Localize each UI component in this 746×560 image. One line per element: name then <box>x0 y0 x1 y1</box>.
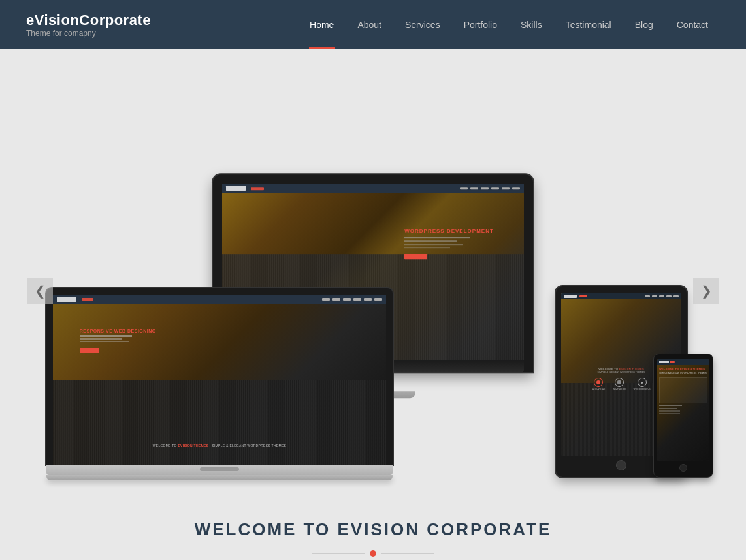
logo-title: eVisionCorporate <box>26 12 151 29</box>
t-link-1 <box>645 295 650 297</box>
laptop-nav-link-2 <box>332 298 340 301</box>
feature-2-shape <box>617 380 621 384</box>
header: eVisionCorporate Theme for comapny Home … <box>0 0 746 49</box>
logo-subtitle: Theme for comapny <box>26 29 151 38</box>
feature-3-icon: ♥ <box>638 378 647 387</box>
phone-line2 <box>659 408 677 409</box>
feature-3-heart: ♥ <box>641 380 643 385</box>
phone-outer: WELCOME TO EVISION THEMES SIMPLE & ELEGA… <box>654 354 713 477</box>
laptop-screen-logo <box>57 297 76 302</box>
desktop-hero-line4 <box>404 247 450 248</box>
phone-screen: WELCOME TO EVISION THEMES SIMPLE & ELEGA… <box>657 359 709 461</box>
phone-line3 <box>659 410 680 412</box>
laptop-welcome-text: WELCOME TO EVISION THEMES · SIMPLE & ELE… <box>53 444 386 448</box>
phone-image-placeholder <box>659 377 707 403</box>
laptop-navbar <box>53 295 386 304</box>
desktop-hero-line2 <box>404 240 457 242</box>
nav-home[interactable]: Home <box>298 0 346 49</box>
laptop-screen-content: RESPONSIVE WEB DESIGNING WELCOME TO EVIS… <box>53 295 386 465</box>
phone-navbar <box>657 359 709 365</box>
laptop-hero-line2 <box>80 338 122 340</box>
main-content: ❮ ❯ <box>0 49 746 560</box>
laptop-overlay: RESPONSIVE WEB DESIGNING WELCOME TO EVIS… <box>53 295 386 465</box>
t-link-2 <box>652 295 657 297</box>
screen-navbar <box>222 184 524 193</box>
device-laptop: RESPONSIVE WEB DESIGNING WELCOME TO EVIS… <box>46 288 393 480</box>
laptop-screen: RESPONSIVE WEB DESIGNING WELCOME TO EVIS… <box>53 295 386 465</box>
divider-dot <box>370 550 376 557</box>
laptop-nav-link-1 <box>322 298 330 301</box>
nav-testimonial[interactable]: Testimonial <box>554 0 623 49</box>
welcome-divider <box>195 550 552 557</box>
feature-1-icon <box>594 378 603 387</box>
phone-hero-subtitle: SIMPLE & ELEGANT WORDPRESS THEMES <box>659 372 707 375</box>
nav-blog[interactable]: Blog <box>623 0 665 49</box>
desktop-hero-line1 <box>404 237 470 238</box>
tablet-nav-links <box>645 295 679 297</box>
tablet-feature-3: ♥ WHY CHOOSE US <box>634 378 651 391</box>
phone-hero-content: WELCOME TO EVISION THEMES SIMPLE & ELEGA… <box>657 365 709 418</box>
devices-showcase: ❮ ❯ <box>27 88 719 493</box>
laptop-hero-text: RESPONSIVE WEB DESIGNING <box>80 329 156 355</box>
feature-2-label: WHAT WE DO <box>613 388 626 391</box>
welcome-title: WELCOME TO EVISION CORPORATE <box>195 519 552 540</box>
feature-3-label: WHY CHOOSE US <box>634 388 651 391</box>
tablet-home-btn <box>616 460 626 470</box>
tablet-feature-1: WHO ARE WE <box>592 378 605 391</box>
screen-logo <box>226 186 246 191</box>
laptop-hero-line1 <box>80 335 132 337</box>
t-link-3 <box>659 295 664 297</box>
phone-logo-accent <box>670 361 675 363</box>
screen-nav-links <box>460 187 520 189</box>
laptop-hero-btn <box>80 348 99 353</box>
devices-wrapper: WORDPRESS DEVELOPMENT <box>27 88 719 493</box>
phone-home-btn <box>679 464 687 472</box>
t-link-4 <box>666 295 672 297</box>
nav-about[interactable]: About <box>346 0 393 49</box>
chevron-left-icon: ❮ <box>35 283 46 299</box>
tablet-feature-2: WHAT WE DO <box>613 378 626 391</box>
carousel-left-arrow[interactable]: ❮ <box>27 278 53 304</box>
laptop-nav-link-4 <box>353 298 361 301</box>
device-phone: WELCOME TO EVISION THEMES SIMPLE & ELEGA… <box>654 354 713 477</box>
t-link-5 <box>673 295 679 297</box>
feature-1-dot <box>596 380 600 384</box>
carousel-right-arrow[interactable]: ❯ <box>693 278 719 304</box>
laptop-welcome-label: WELCOME TO EVISION THEMES · SIMPLE & ELE… <box>53 444 386 448</box>
desktop-hero-line3 <box>404 244 463 245</box>
feature-2-icon <box>615 378 624 387</box>
laptop-hero-title: RESPONSIVE WEB DESIGNING <box>80 329 156 333</box>
welcome-section: WELCOME TO EVISION CORPORATE <box>195 493 552 560</box>
screen-nav-link-5 <box>502 187 510 189</box>
nav-portfolio[interactable]: Portfolio <box>452 0 509 49</box>
laptop-screen-wrapper: RESPONSIVE WEB DESIGNING WELCOME TO EVIS… <box>46 288 393 465</box>
divider-line-left <box>312 553 365 554</box>
laptop-nav-link-3 <box>343 298 351 301</box>
desktop-hero-btn <box>404 254 427 259</box>
laptop-base <box>46 475 393 480</box>
feature-1-label: WHO ARE WE <box>592 388 605 391</box>
screen-nav-link-1 <box>460 187 468 189</box>
nav-skills[interactable]: Skills <box>509 0 554 49</box>
laptop-nav-links <box>322 298 382 301</box>
tablet-logo <box>564 295 577 298</box>
phone-logo <box>659 361 669 363</box>
logo-area: eVisionCorporate Theme for comapny <box>26 12 151 38</box>
desktop-hero-title: WORDPRESS DEVELOPMENT <box>404 228 494 234</box>
phone-line1 <box>659 405 682 406</box>
main-nav: Home About Services Portfolio Skills Tes… <box>298 0 720 49</box>
screen-nav-link-6 <box>512 187 520 189</box>
chevron-right-icon: ❯ <box>701 283 712 299</box>
screen-nav-link-4 <box>491 187 499 189</box>
phone-line4 <box>659 413 680 414</box>
laptop-nav-link-5 <box>364 298 372 301</box>
laptop-bottom-bezel <box>46 465 393 475</box>
tablet-logo-accent <box>579 295 587 297</box>
laptop-nav-link-6 <box>374 298 382 301</box>
screen-nav-link-3 <box>481 187 489 189</box>
nav-contact[interactable]: Contact <box>665 0 720 49</box>
screen-nav-link-2 <box>470 187 478 189</box>
nav-services[interactable]: Services <box>393 0 452 49</box>
laptop-logo-accent <box>82 298 93 301</box>
phone-overlay: WELCOME TO EVISION THEMES SIMPLE & ELEGA… <box>657 359 709 461</box>
